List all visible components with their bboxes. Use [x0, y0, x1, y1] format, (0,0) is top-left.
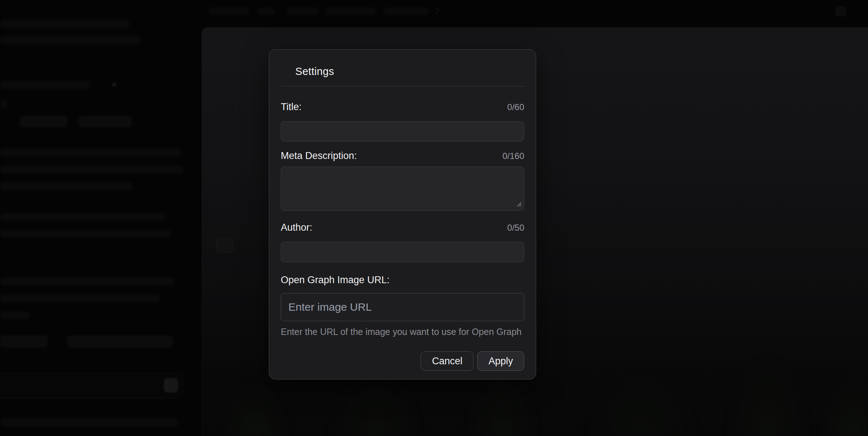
title-char-counter: 0/60: [507, 102, 524, 113]
og-image-url-helper-text: Enter the URL of the image you want to u…: [281, 327, 524, 337]
app-window: × Settings Title: 0/60 Meta Descri: [0, 0, 868, 436]
title-input[interactable]: [281, 121, 524, 142]
cancel-button[interactable]: Cancel: [421, 351, 473, 371]
meta-description-label: Meta Description:: [281, 150, 357, 162]
textarea-resize-handle[interactable]: [516, 201, 522, 207]
divider: [281, 86, 524, 87]
meta-description-char-counter: 0/160: [502, 151, 524, 162]
author-char-counter: 0/50: [507, 222, 524, 233]
apply-button[interactable]: Apply: [477, 351, 524, 371]
meta-description-textarea[interactable]: [281, 167, 524, 211]
author-input[interactable]: [281, 242, 524, 262]
author-label: Author:: [281, 222, 312, 233]
dialog-title: Settings: [295, 66, 524, 77]
og-image-url-label: Open Graph Image URL:: [281, 274, 389, 286]
title-label: Title:: [281, 101, 302, 113]
og-image-url-input[interactable]: [281, 293, 524, 321]
settings-dialog: Settings Title: 0/60 Meta Description: 0…: [269, 49, 536, 380]
